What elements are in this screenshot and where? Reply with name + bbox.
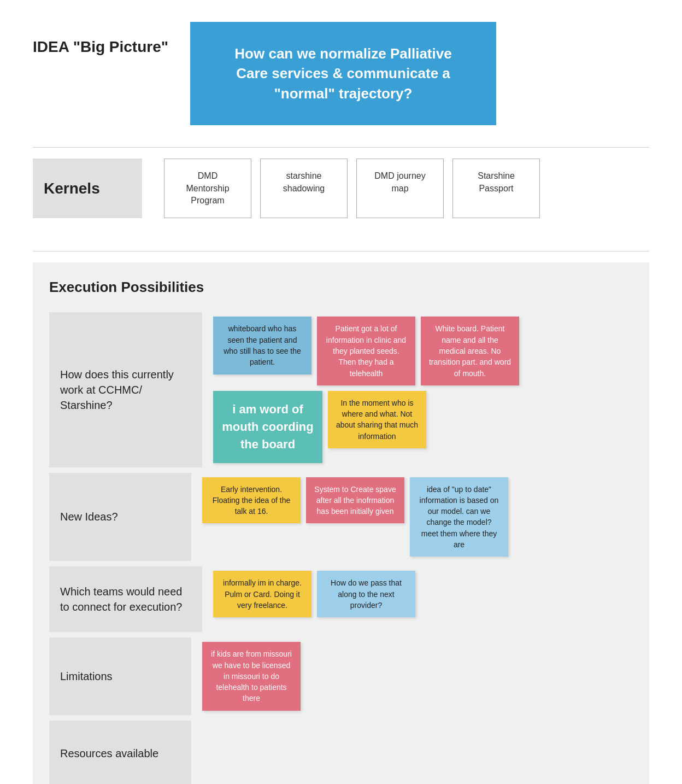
sticky-note-1-2: idea of "up to date" information is base… [410, 477, 508, 557]
exec-row-1: New Ideas?Early intervention. Floating t… [49, 473, 633, 561]
kernel-card-2: DMD journey map [356, 159, 444, 218]
divider-2 [33, 251, 649, 251]
exec-row-label-1: New Ideas? [49, 473, 191, 561]
kernels-cards: DMD Mentorship Programstarshine shadowin… [164, 159, 540, 218]
exec-row-4: Resources available [49, 721, 633, 784]
sticky-note-2-1: How do we pass that along to the next pr… [317, 571, 415, 617]
sticky-note-1-0: Early intervention. Floating the idea of… [202, 477, 301, 524]
exec-row-3: Limitationsif kids are from missouri we … [49, 637, 633, 715]
execution-grid: How does this currently work at CCHMC/ S… [49, 312, 633, 784]
exec-row-label-3: Limitations [49, 637, 191, 715]
sticky-note-3-0: if kids are from missouri we have to be … [202, 642, 301, 710]
kernels-label: Kernels [33, 159, 142, 218]
sticky-note-1-1: System to Create spave after all the ino… [306, 477, 404, 524]
exec-row-label-4: Resources available [49, 721, 191, 784]
idea-label: IDEA "Big Picture" [33, 22, 168, 56]
exec-row-0: How does this currently work at CCHMC/ S… [49, 312, 633, 467]
exec-row-notes-2: informally im in charge. Pulm or Card. D… [213, 566, 633, 622]
sticky-note-0-1: Patient got a lot of information in clin… [317, 317, 415, 385]
kernel-card-0: DMD Mentorship Program [164, 159, 251, 218]
sticky-note-2-0: informally im in charge. Pulm or Card. D… [213, 571, 311, 617]
execution-section: Execution Possibilities How does this cu… [33, 262, 649, 784]
exec-row-label-2: Which teams would need to connect for ex… [49, 566, 202, 632]
kernel-card-3: Starshine Passport [452, 159, 540, 218]
kernels-section: Kernels DMD Mentorship Programstarshine … [33, 159, 649, 229]
exec-row-2: Which teams would need to connect for ex… [49, 566, 633, 632]
sticky-note-0-3: i am word of mouth coording the board [213, 391, 322, 463]
exec-row-notes-0: whiteboard who has seen the patient and … [213, 312, 633, 467]
exec-row-notes-3: if kids are from missouri we have to be … [202, 637, 633, 715]
exec-row-notes-1: Early intervention. Floating the idea of… [202, 473, 633, 561]
header-section: IDEA "Big Picture" How can we normalize … [33, 22, 649, 125]
exec-row-label-0: How does this currently work at CCHMC/ S… [49, 312, 202, 467]
sticky-note-0-4: In the moment who is where and what. Not… [328, 391, 426, 448]
divider-1 [33, 147, 649, 148]
sticky-note-0-0: whiteboard who has seen the patient and … [213, 317, 311, 374]
main-question: How can we normalize Palliative Care ser… [190, 22, 496, 125]
sticky-note-0-2: White board. Patient name and all the me… [421, 317, 519, 385]
kernel-card-1: starshine shadowing [260, 159, 348, 218]
exec-row-notes-4 [202, 721, 633, 729]
execution-title: Execution Possibilities [49, 279, 633, 296]
